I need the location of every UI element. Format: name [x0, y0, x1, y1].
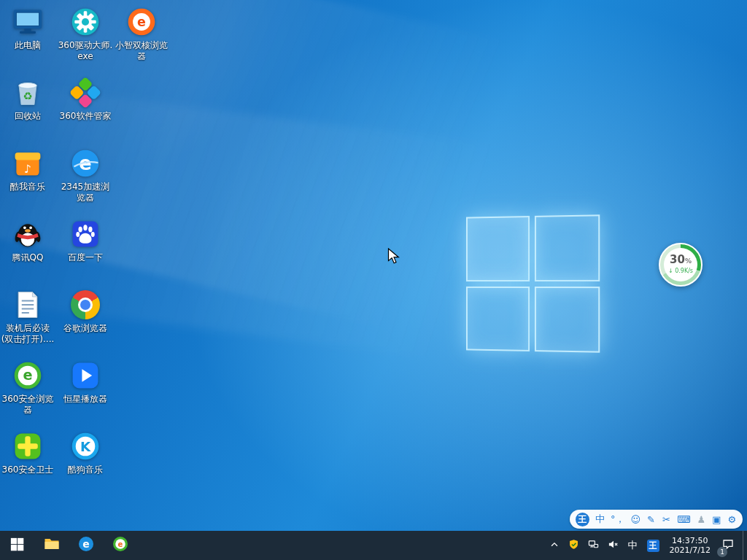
desktop-icon-label: 360驱动大师.exe — [58, 40, 113, 62]
desktop-icon-xiaozhi-browser[interactable]: e小智双核浏览器 — [114, 6, 169, 62]
notification-badge: 1 — [717, 547, 727, 557]
tencent-qq-icon — [12, 218, 44, 250]
svg-text:e: e — [117, 540, 123, 548]
tray-icons — [545, 531, 623, 560]
desktop-icon-kuwo-music[interactable]: ♪酷我音乐 — [0, 147, 55, 192]
360-browser-icon: e — [112, 535, 129, 556]
down-arrow-icon: ↓ — [668, 268, 673, 274]
system-tray: 中 王 14:37:50 2021/7/12 1 — [545, 531, 747, 560]
ime-toolbar: 王中°，☺✎✂⌨♟▣⚙ — [570, 510, 743, 529]
desktop-icon-label: 2345加速浏览器 — [58, 182, 113, 203]
clock-time: 14:37:50 — [670, 536, 711, 546]
360-shield-button[interactable] — [564, 531, 584, 560]
show-desktop-button[interactable] — [743, 531, 747, 560]
desktop-icon-label: 此电脑 — [15, 40, 41, 51]
desktop-icon-360-safety-guard[interactable]: 360安全卫士 — [0, 430, 55, 475]
desktop-icon-setup-readme[interactable]: 装机后必读(双击打开).... — [0, 289, 55, 345]
svg-text:e: e — [137, 15, 146, 29]
desktop-icon-tencent-qq[interactable]: 腾讯QQ — [0, 218, 55, 263]
kuwo-music-icon: ♪ — [12, 147, 44, 179]
xiaozhi-browser-icon: e — [125, 6, 158, 38]
taskbar-app-360-browser[interactable]: e — [103, 531, 137, 560]
desktop-icon-this-pc[interactable]: 此电脑 — [0, 6, 55, 51]
desktop-icon-label: 360安全卫士 — [2, 464, 54, 475]
action-center-button[interactable]: 1 — [716, 531, 743, 560]
desktop-icon-360-software-manager[interactable]: 360软件管家 — [58, 77, 113, 122]
volume-muted-button[interactable] — [603, 531, 623, 560]
desktop-icon-chrome[interactable]: 谷歌浏览器 — [58, 289, 113, 334]
desktop-icon-360-driver-master[interactable]: 360驱动大师.exe — [58, 6, 113, 62]
desktop-icon-label: 360软件管家 — [60, 111, 112, 122]
ime-emoji-icon[interactable]: ☺ — [631, 510, 641, 529]
desktop-icon-2345-browser[interactable]: e2345加速浏览器 — [58, 147, 113, 203]
360-safety-guard-icon — [12, 430, 44, 462]
start-button[interactable] — [0, 531, 34, 560]
net-speed: ↓ 0.9K/s — [668, 268, 693, 275]
baidu-search-icon — [69, 218, 101, 250]
ime-punctuation-icon[interactable]: °， — [611, 510, 625, 529]
desktop-icon-360-safe-browser[interactable]: e360安全浏览器 — [0, 359, 55, 416]
desktop-icon-label: 酷狗音乐 — [68, 464, 103, 475]
tray-expand-button[interactable] — [545, 531, 564, 560]
desktop-icon-label: 百度一下 — [68, 252, 103, 263]
desktop-icon-label: 酷我音乐 — [10, 182, 45, 192]
volume-muted-icon — [608, 539, 619, 553]
360-software-manager-icon — [69, 77, 101, 109]
360-driver-master-icon — [69, 6, 101, 38]
desktop-icon-baidu-search[interactable]: 百度一下 — [58, 218, 113, 263]
desktop-icon-label: 360安全浏览器 — [0, 394, 55, 416]
desktop-icon-recycle-bin[interactable]: ♻回收站 — [0, 77, 55, 122]
desktop-icon-label: 恒星播放器 — [63, 394, 107, 405]
ime-screenshot-icon[interactable]: ✂ — [662, 510, 671, 529]
taskbar-app-file-explorer[interactable] — [34, 531, 69, 560]
wangma-ime-tray-icon[interactable]: 王 — [647, 540, 659, 552]
file-explorer-icon — [43, 535, 61, 556]
ime-account-icon[interactable]: ♟ — [697, 510, 706, 529]
network-icon — [588, 539, 599, 553]
start-icon — [9, 536, 26, 556]
ime-soft-keyboard-icon[interactable]: ⌨ — [677, 510, 691, 529]
svg-text:♻: ♻ — [23, 90, 32, 102]
edge-browser-icon: e — [77, 535, 95, 556]
desktop-icon-label: 装机后必读(双击打开).... — [0, 323, 55, 345]
clock-date: 2021/7/12 — [670, 545, 711, 556]
ime-handwriting-icon[interactable]: ✎ — [646, 510, 656, 529]
star-player-icon — [69, 359, 101, 392]
taskbar: ee 中 王 14:37:50 2021/7/12 1 — [0, 531, 747, 560]
360-safe-browser-icon: e — [12, 359, 44, 392]
360-shield-icon — [568, 539, 579, 553]
tray-expand-icon — [549, 539, 560, 553]
desktop-icon-label: 腾讯QQ — [12, 252, 44, 263]
svg-text:K: K — [80, 439, 91, 454]
desktop-icon-label: 回收站 — [15, 111, 41, 122]
setup-readme-icon — [12, 289, 44, 321]
ime-settings-icon[interactable]: ⚙ — [727, 510, 737, 529]
svg-text:e: e — [23, 367, 32, 384]
desktop-icon-kugou-music[interactable]: K酷狗音乐 — [58, 430, 113, 475]
ime-skin-icon[interactable]: ▣ — [712, 510, 721, 529]
taskbar-apps: ee — [0, 531, 137, 560]
kugou-music-icon: K — [69, 430, 101, 462]
ime-logo[interactable]: 王 — [576, 513, 589, 526]
recycle-bin-icon: ♻ — [12, 77, 44, 109]
chrome-icon — [69, 289, 101, 321]
2345-browser-icon: e — [69, 147, 101, 179]
taskbar-app-edge-browser[interactable]: e — [69, 531, 103, 560]
svg-text:e: e — [82, 538, 90, 550]
net-speed-widget[interactable]: 30% ↓ 0.9K/s — [659, 243, 703, 287]
desktop-icons: 此电脑♻回收站♪酷我音乐腾讯QQ装机后必读(双击打开)....e360安全浏览器… — [0, 0, 747, 560]
desktop-icon-label: 谷歌浏览器 — [63, 323, 107, 334]
this-pc-icon — [12, 6, 44, 38]
ime-language-indicator[interactable]: 中 — [623, 531, 643, 560]
desktop[interactable]: 此电脑♻回收站♪酷我音乐腾讯QQ装机后必读(双击打开)....e360安全浏览器… — [0, 0, 747, 560]
taskbar-clock[interactable]: 14:37:50 2021/7/12 — [664, 536, 716, 556]
desktop-icon-star-player[interactable]: 恒星播放器 — [58, 359, 113, 405]
net-speed-widget-face: 30% ↓ 0.9K/s — [664, 248, 697, 281]
ime-mode-chinese-icon[interactable]: 中 — [595, 510, 605, 529]
svg-text:♪: ♪ — [24, 163, 31, 176]
desktop-icon-label: 小智双核浏览器 — [114, 40, 169, 62]
network-button[interactable] — [584, 531, 603, 560]
net-percent: 30% — [670, 254, 692, 267]
